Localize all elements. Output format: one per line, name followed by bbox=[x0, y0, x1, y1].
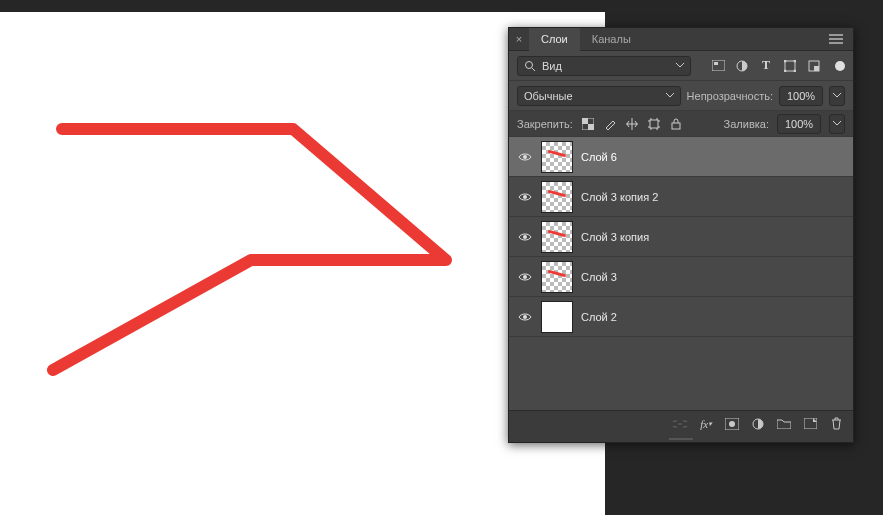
layer-filter-select[interactable]: Вид bbox=[517, 56, 691, 76]
panel-footer: fx▾ bbox=[509, 410, 853, 436]
layer-thumbnail[interactable] bbox=[541, 301, 573, 333]
svg-line-1 bbox=[532, 68, 535, 71]
search-icon bbox=[524, 60, 536, 72]
opacity-label: Непрозрачность: bbox=[687, 90, 773, 102]
visibility-eye-icon[interactable] bbox=[517, 272, 533, 282]
layer-thumbnail[interactable] bbox=[541, 181, 573, 213]
lock-transparency-icon[interactable] bbox=[581, 117, 595, 131]
layer-row[interactable]: Слой 3 bbox=[509, 257, 853, 297]
new-layer-icon[interactable] bbox=[803, 417, 817, 431]
layer-mask-icon[interactable] bbox=[725, 417, 739, 431]
blend-mode-select[interactable]: Обычные bbox=[517, 86, 681, 106]
svg-point-9 bbox=[794, 69, 797, 72]
visibility-eye-icon[interactable] bbox=[517, 192, 533, 202]
layer-name[interactable]: Слой 6 bbox=[581, 151, 617, 163]
layer-style-icon[interactable]: fx▾ bbox=[699, 417, 713, 431]
resize-handle[interactable] bbox=[509, 436, 853, 442]
layer-name[interactable]: Слой 2 bbox=[581, 311, 617, 323]
link-layers-icon[interactable] bbox=[673, 417, 687, 431]
svg-point-6 bbox=[784, 60, 787, 63]
layer-thumbnail[interactable] bbox=[541, 141, 573, 173]
svg-point-20 bbox=[523, 275, 527, 279]
lock-position-icon[interactable] bbox=[625, 117, 639, 131]
layer-name[interactable]: Слой 3 bbox=[581, 271, 617, 283]
blend-mode-label: Обычные bbox=[524, 90, 573, 102]
layer-name[interactable]: Слой 3 копия 2 bbox=[581, 191, 658, 203]
visibility-eye-icon[interactable] bbox=[517, 152, 533, 162]
tab-layers[interactable]: Слои bbox=[529, 28, 580, 51]
filter-smartobject-icon[interactable] bbox=[807, 59, 821, 73]
lock-artboard-icon[interactable] bbox=[647, 117, 661, 131]
filter-label: Вид bbox=[542, 60, 562, 72]
chevron-down-icon bbox=[676, 63, 684, 68]
svg-point-0 bbox=[526, 61, 533, 68]
svg-point-8 bbox=[784, 69, 787, 72]
layer-thumbnail[interactable] bbox=[541, 261, 573, 293]
svg-point-17 bbox=[523, 155, 527, 159]
visibility-eye-icon[interactable] bbox=[517, 312, 533, 322]
fill-value[interactable]: 100% bbox=[777, 114, 821, 134]
filter-type-icon[interactable]: T bbox=[759, 59, 773, 73]
lock-pixels-icon[interactable] bbox=[603, 117, 617, 131]
svg-rect-2 bbox=[712, 60, 725, 71]
tab-channels[interactable]: Каналы bbox=[580, 28, 643, 51]
svg-rect-11 bbox=[814, 66, 819, 71]
svg-rect-3 bbox=[714, 62, 718, 65]
svg-rect-15 bbox=[650, 120, 658, 128]
svg-rect-25 bbox=[804, 418, 817, 429]
visibility-eye-icon[interactable] bbox=[517, 232, 533, 242]
svg-point-18 bbox=[523, 195, 527, 199]
svg-rect-16 bbox=[672, 123, 680, 129]
filter-pixel-icon[interactable] bbox=[711, 59, 725, 73]
filter-adjustment-icon[interactable] bbox=[735, 59, 749, 73]
close-icon[interactable]: × bbox=[509, 33, 529, 45]
layer-thumbnail[interactable] bbox=[541, 221, 573, 253]
filter-toggle-switch[interactable] bbox=[835, 61, 845, 71]
trash-icon[interactable] bbox=[829, 417, 843, 431]
layer-row[interactable]: Слой 3 копия 2 bbox=[509, 177, 853, 217]
layer-row[interactable]: Слой 6 bbox=[509, 137, 853, 177]
panel-menu-icon[interactable] bbox=[829, 34, 853, 44]
fill-slider-toggle[interactable] bbox=[829, 114, 845, 134]
svg-rect-5 bbox=[785, 61, 795, 71]
layer-row[interactable]: Слой 2 bbox=[509, 297, 853, 337]
svg-point-7 bbox=[794, 60, 797, 63]
layer-row[interactable]: Слой 3 копия bbox=[509, 217, 853, 257]
layers-panel: × СлоиКаналы Вид T Обычные Непрозрачност… bbox=[508, 27, 854, 443]
svg-rect-13 bbox=[588, 124, 594, 130]
filter-shape-icon[interactable] bbox=[783, 59, 797, 73]
lock-label: Закрепить: bbox=[517, 118, 573, 130]
opacity-value[interactable]: 100% bbox=[779, 86, 823, 106]
svg-rect-12 bbox=[582, 118, 588, 124]
opacity-slider-toggle[interactable] bbox=[829, 86, 845, 106]
svg-point-21 bbox=[523, 315, 527, 319]
svg-point-23 bbox=[729, 421, 735, 427]
adjustment-layer-icon[interactable] bbox=[751, 417, 765, 431]
fill-label: Заливка: bbox=[724, 118, 769, 130]
svg-point-19 bbox=[523, 235, 527, 239]
lock-all-icon[interactable] bbox=[669, 117, 683, 131]
chevron-down-icon bbox=[666, 93, 674, 98]
layer-name[interactable]: Слой 3 копия bbox=[581, 231, 649, 243]
group-icon[interactable] bbox=[777, 417, 791, 431]
